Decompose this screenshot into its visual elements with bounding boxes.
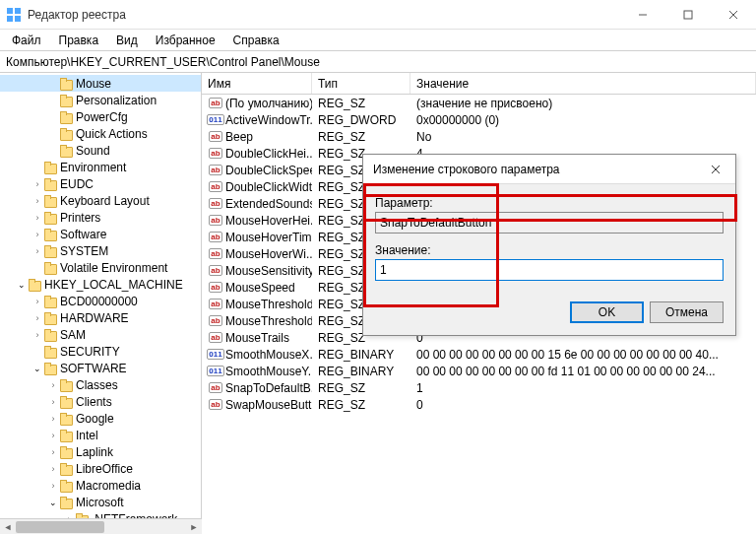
- tree-item[interactable]: ›Keyboard Layout: [0, 192, 201, 209]
- tree-item[interactable]: ›Google: [0, 410, 201, 427]
- col-type[interactable]: Тип: [312, 73, 410, 94]
- chevron-right-icon[interactable]: ›: [32, 312, 43, 324]
- string-value-icon: ab: [208, 197, 223, 211]
- tree-item[interactable]: ›BCD00000000: [0, 293, 201, 309]
- tree-item[interactable]: PowerCfg: [0, 108, 201, 125]
- list-row[interactable]: 011SmoothMouseX...REG_BINARY00 00 00 00 …: [202, 346, 756, 363]
- chevron-right-icon[interactable]: ›: [47, 463, 59, 475]
- value-field[interactable]: [375, 259, 724, 281]
- folder-icon: [43, 296, 57, 307]
- minimize-button[interactable]: [620, 0, 665, 30]
- close-button[interactable]: [711, 0, 756, 30]
- dialog-close-button[interactable]: [696, 155, 735, 184]
- tree-spacer: [47, 128, 59, 140]
- tree-item[interactable]: ›Clients: [0, 393, 201, 410]
- svg-rect-1: [15, 8, 21, 14]
- tree-item[interactable]: ›Macromedia: [0, 477, 201, 494]
- tree-item-label: Laplink: [76, 445, 113, 459]
- tree-item[interactable]: ›Printers: [0, 209, 201, 226]
- folder-icon: [59, 379, 73, 391]
- menu-help[interactable]: Справка: [225, 32, 287, 49]
- chevron-right-icon[interactable]: ›: [47, 396, 59, 408]
- menu-favorites[interactable]: Избранное: [148, 32, 223, 49]
- chevron-right-icon[interactable]: ›: [47, 379, 59, 391]
- tree-item[interactable]: Environment: [0, 159, 201, 175]
- tree-item[interactable]: ›LibreOffice: [0, 460, 201, 477]
- tree-item-label: Sound: [76, 144, 110, 158]
- tree-item-label: Microsoft: [76, 496, 124, 509]
- list-row[interactable]: ab(По умолчанию)REG_SZ(значение не присв…: [202, 95, 756, 111]
- chevron-right-icon[interactable]: ›: [32, 195, 43, 207]
- col-value[interactable]: Значение: [410, 73, 756, 94]
- chevron-down-icon[interactable]: ⌄: [47, 497, 59, 508]
- menu-edit[interactable]: Правка: [51, 32, 107, 49]
- tree-item[interactable]: ›Intel: [0, 427, 201, 443]
- tree-item[interactable]: ⌄Microsoft: [0, 494, 201, 510]
- tree-h-scrollbar[interactable]: ◄ ►: [0, 518, 202, 534]
- chevron-right-icon[interactable]: ›: [47, 480, 59, 492]
- value-data: 1: [410, 381, 756, 395]
- scroll-left-icon[interactable]: ◄: [0, 519, 16, 534]
- tree-item-label: HARDWARE: [60, 311, 129, 325]
- folder-icon: [43, 178, 57, 190]
- menu-bar: Файл Правка Вид Избранное Справка: [0, 30, 756, 51]
- tree-item-label: LibreOffice: [76, 462, 133, 476]
- scroll-right-icon[interactable]: ►: [186, 519, 202, 534]
- tree-item[interactable]: ›EUDC: [0, 175, 201, 192]
- tree-item[interactable]: ›Laplink: [0, 443, 201, 460]
- dialog-titlebar[interactable]: Изменение строкового параметра: [363, 155, 735, 184]
- tree-spacer: [32, 262, 43, 274]
- tree-item[interactable]: ›SAM: [0, 326, 201, 343]
- maximize-button[interactable]: [665, 0, 711, 30]
- chevron-right-icon[interactable]: ›: [32, 245, 43, 257]
- tree-item[interactable]: ⌄HKEY_LOCAL_MACHINE: [0, 276, 201, 293]
- list-row[interactable]: abBeepREG_SZNo: [202, 128, 756, 145]
- ok-button[interactable]: OK: [570, 301, 644, 323]
- string-value-icon: ab: [208, 264, 223, 278]
- string-value-icon: ab: [208, 214, 223, 228]
- tree-item[interactable]: ⌄SOFTWARE: [0, 360, 201, 376]
- chevron-right-icon[interactable]: ›: [32, 212, 43, 224]
- folder-icon: [43, 195, 57, 207]
- value-type: REG_BINARY: [312, 365, 410, 378]
- chevron-right-icon[interactable]: ›: [47, 413, 59, 425]
- folder-icon: [43, 245, 57, 257]
- registry-tree[interactable]: MousePersonalizationPowerCfgQuick Action…: [0, 73, 202, 534]
- cancel-button[interactable]: Отмена: [650, 301, 724, 323]
- chevron-right-icon[interactable]: ›: [32, 329, 43, 341]
- tree-item[interactable]: ›Software: [0, 226, 201, 242]
- tree-item[interactable]: Mouse: [0, 75, 201, 92]
- tree-item[interactable]: Personalization: [0, 92, 201, 108]
- tree-item[interactable]: ›Classes: [0, 376, 201, 393]
- value-name: SnapToDefaultB...: [225, 381, 312, 395]
- address-bar[interactable]: Компьютер\HKEY_CURRENT_USER\Control Pane…: [0, 51, 756, 73]
- list-row[interactable]: 011SmoothMouseY...REG_BINARY00 00 00 00 …: [202, 363, 756, 379]
- string-value-icon: ab: [208, 97, 223, 110]
- tree-item[interactable]: Sound: [0, 142, 201, 159]
- chevron-right-icon[interactable]: ›: [32, 296, 43, 307]
- chevron-right-icon[interactable]: ›: [47, 430, 59, 441]
- list-row[interactable]: abSwapMouseButt...REG_SZ0: [202, 396, 756, 413]
- value-name: ExtendedSounds: [225, 197, 312, 211]
- chevron-down-icon[interactable]: ⌄: [32, 363, 43, 374]
- value-name: SmoothMouseY...: [225, 365, 312, 378]
- tree-item-label: SOFTWARE: [60, 362, 127, 375]
- tree-item[interactable]: ›HARDWARE: [0, 309, 201, 326]
- list-row[interactable]: abSnapToDefaultB...REG_SZ1: [202, 379, 756, 396]
- titlebar: Редактор реестра: [0, 0, 756, 30]
- menu-file[interactable]: Файл: [4, 32, 49, 49]
- tree-item[interactable]: Volatile Environment: [0, 259, 201, 276]
- list-row[interactable]: 011ActiveWindowTr...REG_DWORD0x00000000 …: [202, 111, 756, 128]
- tree-item[interactable]: ›SYSTEM: [0, 242, 201, 259]
- chevron-right-icon[interactable]: ›: [47, 446, 59, 458]
- folder-icon: [59, 95, 73, 106]
- menu-view[interactable]: Вид: [108, 32, 146, 49]
- chevron-right-icon[interactable]: ›: [32, 229, 43, 240]
- chevron-down-icon[interactable]: ⌄: [16, 279, 28, 291]
- tree-item[interactable]: Quick Actions: [0, 125, 201, 142]
- folder-icon: [28, 279, 41, 291]
- chevron-right-icon[interactable]: ›: [32, 178, 43, 190]
- tree-item[interactable]: SECURITY: [0, 343, 201, 360]
- col-name[interactable]: Имя: [202, 73, 312, 94]
- tree-item-label: SAM: [60, 328, 86, 342]
